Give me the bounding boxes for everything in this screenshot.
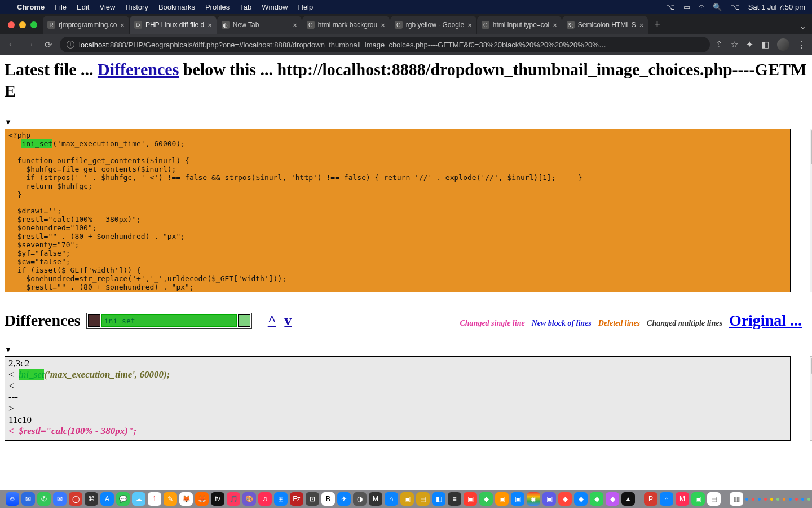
dock-app[interactable]: ◧ xyxy=(432,492,445,506)
dock-app[interactable]: ♫ xyxy=(258,492,272,506)
menu-window[interactable]: Window xyxy=(262,3,288,11)
dock-app[interactable]: ◯ xyxy=(69,492,82,506)
dock-app[interactable]: ▣ xyxy=(464,492,477,506)
tab-2-active[interactable]: ⚙ PHP Linux diff file d × xyxy=(130,16,217,34)
back-button[interactable]: ← xyxy=(6,40,18,50)
nav-down-link[interactable]: v xyxy=(282,312,294,329)
tab-3[interactable]: ◐ New Tab × xyxy=(217,16,302,34)
menu-help[interactable]: Help xyxy=(298,3,314,11)
codebox-scrollbar[interactable] xyxy=(810,129,812,292)
menu-tab[interactable]: Tab xyxy=(240,3,251,11)
dock-app[interactable]: ▤ xyxy=(707,492,721,506)
address-bar[interactable]: i localhost:8888/PHP/Geographicals/diff.… xyxy=(60,37,710,52)
battery-icon[interactable]: ▭ xyxy=(683,3,690,11)
forward-button[interactable]: → xyxy=(24,40,36,50)
details-toggle-2[interactable]: ▼ xyxy=(5,345,807,354)
dock-app[interactable]: ✎ xyxy=(164,492,177,506)
dock-app[interactable]: ◆ xyxy=(558,492,572,506)
dock-app[interactable]: ⌘ xyxy=(85,492,98,506)
dock-app[interactable]: ⌂ xyxy=(385,492,398,506)
details-toggle-1[interactable]: ▼ xyxy=(5,118,807,126)
dock-app[interactable]: ✆ xyxy=(37,492,51,506)
dock-app[interactable]: 1 xyxy=(148,492,161,506)
dock-app[interactable]: ▣ xyxy=(511,492,524,506)
dock-app[interactable]: ✉ xyxy=(21,492,35,506)
tab-close-icon[interactable]: × xyxy=(553,21,557,29)
dock-app[interactable]: ▣ xyxy=(495,492,509,506)
extensions-icon[interactable]: ✦ xyxy=(746,40,753,50)
dock-app[interactable]: B xyxy=(321,492,335,506)
dock-app[interactable]: ≡ xyxy=(448,492,461,506)
dock-app[interactable]: ✈ xyxy=(337,492,351,506)
control-center-icon[interactable]: ⌥ xyxy=(731,3,739,11)
dock-app-finder[interactable]: ☺ xyxy=(6,492,19,506)
dock-app[interactable]: ✉ xyxy=(53,492,67,506)
reload-button[interactable]: ⟳ xyxy=(42,40,54,50)
tab-4[interactable]: G html mark backgrou × xyxy=(302,16,390,34)
new-tab-button[interactable]: + xyxy=(648,15,666,34)
menu-app[interactable]: Chrome xyxy=(17,3,45,11)
tab-close-icon[interactable]: × xyxy=(208,21,212,29)
side-panel-icon[interactable]: ◧ xyxy=(761,40,769,50)
dock-app[interactable]: ▣ xyxy=(400,492,414,506)
dock-app[interactable]: ☁ xyxy=(132,492,145,506)
window-close-icon[interactable] xyxy=(8,21,15,28)
menu-history[interactable]: History xyxy=(125,3,148,11)
tab-close-icon[interactable]: × xyxy=(639,21,644,29)
tab-6[interactable]: G html input type=col × xyxy=(477,16,562,34)
menubar-clock[interactable]: Sat 1 Jul 7:50 pm xyxy=(748,3,805,11)
color-swatch-1[interactable] xyxy=(88,314,100,327)
wifi-icon[interactable]: ⌔ xyxy=(699,3,704,11)
diffbox-scrollbar[interactable] xyxy=(810,356,812,441)
tab-close-icon[interactable]: × xyxy=(467,21,472,29)
bookmark-icon[interactable]: ☆ xyxy=(731,40,738,50)
menu-profiles[interactable]: Profiles xyxy=(205,3,230,11)
menu-edit[interactable]: Edit xyxy=(77,3,89,11)
window-zoom-icon[interactable] xyxy=(30,21,37,28)
chrome-menu-icon[interactable]: ⋮ xyxy=(797,40,806,50)
tab-close-icon[interactable]: × xyxy=(120,21,125,29)
dock-app[interactable]: ▤ xyxy=(416,492,430,506)
source-code-box[interactable]: <?php ini_set('max_execution_time', 6000… xyxy=(5,129,791,292)
highlight-input[interactable] xyxy=(102,314,237,327)
tab-1[interactable]: R rjmprogramming.co × xyxy=(43,16,129,34)
profile-avatar[interactable] xyxy=(777,38,789,51)
share-icon[interactable]: ⇪ xyxy=(716,40,723,50)
dock-app[interactable]: ▥ xyxy=(730,492,743,506)
dock-app[interactable]: ⊞ xyxy=(274,492,288,506)
tab-7[interactable]: &; Semicolon HTML S × xyxy=(562,16,648,34)
dock-app[interactable]: tv xyxy=(211,492,224,506)
menu-file[interactable]: File xyxy=(55,3,67,11)
dock-app-chrome[interactable]: ◉ xyxy=(527,492,540,506)
dock-app[interactable]: ◆ xyxy=(574,492,588,506)
menu-view[interactable]: View xyxy=(99,3,115,11)
dock-app[interactable]: ⌂ xyxy=(660,492,673,506)
site-info-icon[interactable]: i xyxy=(67,41,74,49)
nav-up-link[interactable]: ^ xyxy=(266,312,279,329)
dock-app[interactable]: P xyxy=(644,492,657,506)
dock-app[interactable]: ⊡ xyxy=(306,492,319,506)
tab-overflow-icon[interactable]: ⌄ xyxy=(794,18,812,34)
dock-app[interactable]: 💬 xyxy=(116,492,130,506)
bluetooth-icon[interactable]: ⌥ xyxy=(666,3,674,11)
dock-app[interactable]: M xyxy=(676,492,689,506)
menu-bookmarks[interactable]: Bookmarks xyxy=(158,3,195,11)
dock-app[interactable]: Fz xyxy=(290,492,303,506)
dock-app[interactable]: ▣ xyxy=(691,492,705,506)
tab-close-icon[interactable]: × xyxy=(381,21,385,29)
dock-app[interactable]: 🎨 xyxy=(242,492,256,506)
dock-app[interactable]: ◑ xyxy=(353,492,367,506)
dock-app[interactable]: A xyxy=(100,492,114,506)
dock-app[interactable]: ◆ xyxy=(590,492,603,506)
dock-app[interactable]: M xyxy=(369,492,382,506)
dock-app[interactable]: ◆ xyxy=(479,492,493,506)
dock-app[interactable]: 🦊 xyxy=(179,492,193,506)
dock-app[interactable]: ◆ xyxy=(606,492,619,506)
dock-app[interactable]: 🦊 xyxy=(195,492,209,506)
color-swatch-2[interactable] xyxy=(238,314,250,327)
window-minimize-icon[interactable] xyxy=(19,21,26,28)
diff-output-box[interactable]: 2,3c2 < ini_set('max_execution_time', 60… xyxy=(5,356,791,441)
spotlight-icon[interactable]: 🔍 xyxy=(713,3,722,11)
tab-5[interactable]: G rgb yellow - Google × xyxy=(390,16,476,34)
differences-link[interactable]: Differences xyxy=(98,60,179,78)
